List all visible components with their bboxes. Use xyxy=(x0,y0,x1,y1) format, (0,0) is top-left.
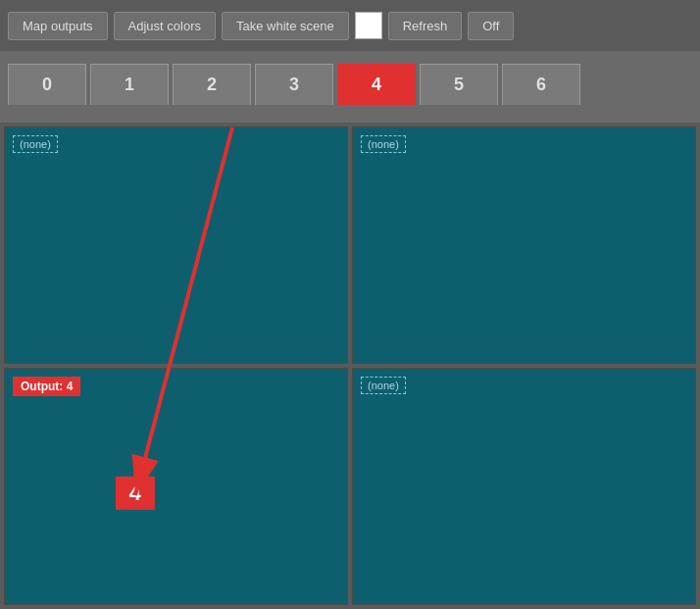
adjust-colors-button[interactable]: Adjust colors xyxy=(114,12,216,40)
toolbar: Map outputs Adjust colors Take white sce… xyxy=(0,0,700,51)
top-left-label: (none) xyxy=(13,135,58,153)
bottom-right-label: (none) xyxy=(361,377,406,394)
top-right-label: (none) xyxy=(361,135,406,153)
tab-row: 0 1 2 3 4 5 6 xyxy=(0,51,700,105)
cell-bottom-left: Output: 4 4 xyxy=(4,368,348,605)
main-grid: (none) (none) Output: 4 4 (none) xyxy=(0,123,700,609)
cell-top-right: (none) xyxy=(352,127,696,364)
bottom-left-number: 4 xyxy=(115,477,154,510)
take-white-scene-button[interactable]: Take white scene xyxy=(222,12,349,40)
bottom-left-output-label: Output: 4 xyxy=(13,377,80,396)
cell-top-left: (none) xyxy=(4,127,348,364)
tab-2[interactable]: 2 xyxy=(173,64,251,105)
white-color-swatch xyxy=(355,12,382,39)
tab-1[interactable]: 1 xyxy=(90,64,169,105)
tab-4[interactable]: 4 xyxy=(337,64,416,105)
refresh-button[interactable]: Refresh xyxy=(388,12,463,40)
tab-5[interactable]: 5 xyxy=(420,64,498,105)
cell-bottom-right: (none) xyxy=(352,368,696,605)
tab-3[interactable]: 3 xyxy=(255,64,333,105)
off-button[interactable]: Off xyxy=(468,12,514,40)
tab-6[interactable]: 6 xyxy=(502,64,580,105)
tab-0[interactable]: 0 xyxy=(8,64,86,105)
map-outputs-button[interactable]: Map outputs xyxy=(8,12,108,40)
tab-divider xyxy=(0,105,700,123)
